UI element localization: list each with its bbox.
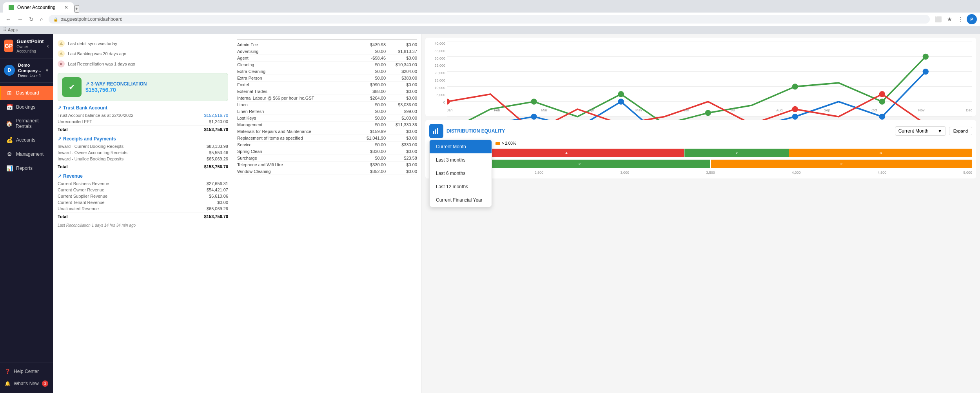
expense-val2-14: $0.00 [386, 136, 417, 140]
expense-val2-7: $0.00 [386, 89, 417, 94]
dropdown-item-last-12[interactable]: Last 12 months [430, 180, 492, 193]
dropdown-item-financial-year[interactable]: Current Financial Year [430, 193, 492, 207]
dropdown-item-last-3[interactable]: Last 3 months [430, 153, 492, 167]
unreconciled-row: Unreconciled EFT $1,240.00 [58, 118, 228, 125]
dropdown-item-current-month[interactable]: Current Month [430, 140, 492, 153]
notification-text-banking: Last Banking was 20 days ago [68, 51, 126, 56]
expense-row-0: Admin Fee $439.98 $0.00 [237, 42, 417, 48]
home-button[interactable]: ⌂ [38, 15, 45, 23]
extensions-button[interactable]: ⬜ [933, 15, 944, 23]
dashboard-icon: ⊞ [6, 90, 13, 96]
x-label-mar: Mar [541, 108, 548, 112]
forward-button[interactable]: → [15, 15, 25, 23]
svg-point-13 [792, 84, 798, 89]
profile-button[interactable]: P [967, 14, 977, 24]
sidebar: GP GuestPoint Owner Accounting ‹ D Demo … [0, 34, 53, 393]
reconciliation-link[interactable]: ↗ 3-WAY RECONCILIATION [85, 81, 147, 87]
browser-tab-active[interactable]: Owner Accounting ✕ [3, 2, 74, 13]
expense-name-0: Admin Fee [237, 42, 354, 47]
revenue-total-value: $153,756.70 [204, 214, 228, 219]
user-chevron-icon: ▼ [45, 68, 49, 73]
notification-item-banking: ⚠ Last Banking was 20 days ago [58, 49, 228, 59]
trust-bank-content: Trust Account balance as at 22/10/2022 $… [58, 112, 228, 133]
notification-item-sync: ⚠ Last debit sync was today [58, 38, 228, 49]
supplier-revenue-value: $6,610.06 [209, 194, 228, 198]
chart-y-axis: 40,000 35,000 30,000 25,000 20,000 15,00… [429, 42, 447, 104]
trust-total-row: Total $153,756.70 [58, 126, 228, 133]
tab-close-button[interactable]: ✕ [64, 5, 68, 10]
expense-val1-17: $0.00 [354, 156, 386, 160]
expense-val1-12: $0.00 [354, 122, 386, 127]
revenue-header[interactable]: ↗ Revenue [58, 173, 228, 179]
sidebar-item-dashboard[interactable]: ⊞ Dashboard [0, 86, 53, 100]
expense-val2-9: $3,036.00 [386, 102, 417, 107]
expense-val1-19: $352.00 [354, 169, 386, 174]
more-tools-button[interactable]: ⋮ [956, 15, 965, 23]
sidebar-item-help-center[interactable]: ❓ Help Center [0, 366, 53, 377]
new-tab-button[interactable]: + [74, 5, 79, 13]
business-revenue-value: $27,656.31 [207, 181, 228, 186]
svg-point-11 [618, 91, 624, 97]
expand-button[interactable]: Expand [949, 127, 972, 135]
period-select[interactable]: Current Month ▼ [895, 126, 946, 136]
address-bar[interactable]: 🔒 oa.guestpoint.com/dashboard [49, 15, 930, 24]
dropdown-item-last-6[interactable]: Last 6 months [430, 167, 492, 180]
expense-val1-13: $159.99 [354, 129, 386, 134]
expense-row-15: Service $0.00 $330.00 [237, 142, 417, 148]
inward-booking-label: Inward - Current Booking Receipts [58, 144, 123, 149]
dist-x-1: 2,500 [535, 171, 544, 175]
sidebar-nav: ⊞ Dashboard 📅 Bookings 🏠 Permanent Renta… [0, 83, 53, 362]
expense-val2-5: $380.00 [386, 76, 417, 80]
expense-name-8: Internal Labour @ $66 per hour inc.GST [237, 96, 354, 100]
x-label-aug: Aug [776, 108, 782, 112]
accounts-icon: 💰 [6, 137, 13, 143]
sidebar-label-reports: Reports [16, 166, 33, 171]
reconciliation-note: Last Reconciliation 1 days 14 hrs 34 min… [58, 223, 228, 227]
sidebar-item-reports[interactable]: 📊 Reports [0, 161, 53, 175]
svg-point-17 [531, 114, 537, 120]
svg-point-27 [879, 91, 885, 97]
expense-name-11: Lost Keys [237, 116, 354, 120]
expense-val2-6: $0.00 [386, 82, 417, 87]
back-button[interactable]: ← [3, 15, 13, 23]
app-layout: GP GuestPoint Owner Accounting ‹ D Demo … [0, 34, 980, 393]
user-info: Demo Company... Demo User 1 [18, 62, 42, 79]
revenue-total-row: Total $153,756.70 [58, 213, 228, 220]
inward-owner-value: $5,553.46 [209, 150, 228, 155]
inward-owner-label: Inward - Owner Accounting Receipts [58, 150, 127, 155]
sidebar-item-permanent-rentals[interactable]: 🏠 Permanent Rentals [0, 114, 53, 133]
expense-val2-3: $10,340.00 [386, 62, 417, 67]
sidebar-user[interactable]: D Demo Company... Demo User 1 ▼ [0, 58, 53, 83]
y-label-3: 25,000 [429, 64, 445, 67]
sidebar-item-bookings[interactable]: 📅 Bookings [0, 100, 53, 114]
svg-point-14 [879, 98, 885, 104]
svg-point-15 [923, 54, 929, 60]
sidebar-item-whats-new[interactable]: 🔔 What's New 3 [0, 377, 53, 390]
management-icon: ⚙ [6, 151, 13, 157]
sidebar-item-accounts[interactable]: 💰 Accounts [0, 133, 53, 147]
expense-val2-13: $0.00 [386, 129, 417, 134]
receipts-header[interactable]: ↗ Receipts and Payments [58, 136, 228, 142]
revenue-content: Current Business Revenue $27,656.31 Curr… [58, 180, 228, 220]
tenant-revenue-row: Current Tenant Revenue $0.00 [58, 199, 228, 206]
sidebar-label-accounts: Accounts [16, 137, 35, 143]
sidebar-item-management[interactable]: ⚙ Management [0, 147, 53, 161]
trust-bank-header[interactable]: ↗ Trust Bank Account [58, 105, 228, 111]
expense-val1-7: $88.00 [354, 89, 386, 94]
notification-text-sync: Last debit sync was today [68, 41, 117, 46]
reload-button[interactable]: ↻ [27, 15, 36, 23]
dist-x-4: 4,000 [792, 171, 801, 175]
tenant-revenue-value: $0.00 [217, 200, 228, 205]
warning-icon-banking: ⚠ [58, 50, 65, 57]
svg-point-21 [879, 114, 885, 120]
reports-icon: 📊 [6, 165, 13, 171]
sidebar-collapse-button[interactable]: ‹ [47, 42, 49, 49]
whats-new-label: What's New [14, 381, 39, 386]
expense-row-14: Replacement of items as specified $1,041… [237, 135, 417, 142]
bookmark-button[interactable]: ★ [945, 15, 954, 23]
reconciliation-info: ↗ 3-WAY RECONCILIATION $153,756.70 [85, 81, 147, 93]
expense-val1-9: $0.00 [354, 102, 386, 107]
distribution-chart-icon [429, 124, 443, 138]
trust-balance-label: Trust Account balance as at 22/10/2022 [58, 113, 133, 118]
dist-x-5: 4,500 [878, 171, 887, 175]
